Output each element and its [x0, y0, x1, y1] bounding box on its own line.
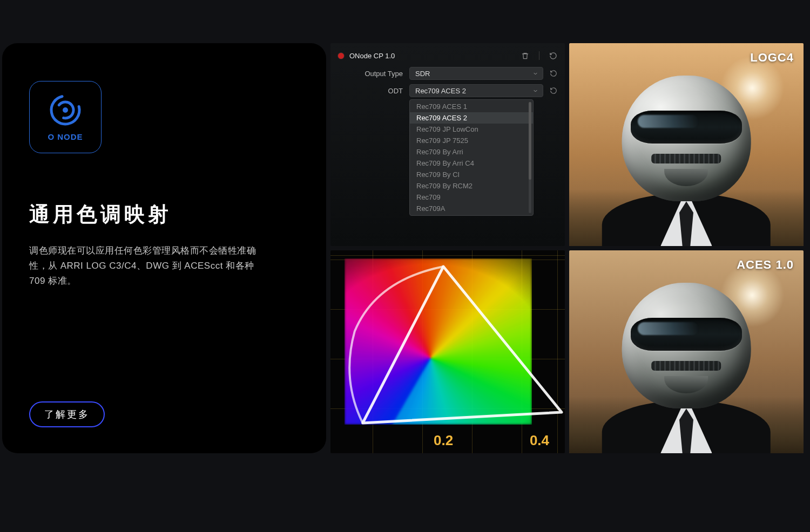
odt-dropdown[interactable]: Rec709 ACES 1Rec709 ACES 2Rec709 JP LowC… — [409, 99, 534, 216]
divider — [539, 51, 539, 60]
panel-header: ONode CP 1.0 — [338, 49, 557, 63]
preview-aces: ACES 1.0 — [569, 250, 804, 453]
output-type-row: Output Type SDR — [338, 67, 557, 80]
output-type-label: Output Type — [338, 70, 403, 78]
odt-value: Rec709 ACES 2 — [415, 87, 466, 95]
brand-label: O NODE — [48, 132, 83, 141]
onode-icon — [49, 93, 82, 127]
odt-select[interactable]: Rec709 ACES 2 — [409, 84, 543, 97]
reset-odt-icon[interactable] — [550, 87, 557, 94]
settings-panel: ONode CP 1.0 Output Type SDR — [330, 43, 565, 246]
odt-row: ODT Rec709 ACES 2 — [338, 84, 557, 97]
odt-option[interactable]: Rec709A — [410, 203, 533, 214]
panel-title: ONode CP 1.0 — [349, 52, 516, 60]
feature-card: O NODE 通用色调映射 调色师现在可以应用任何色彩管理风格而不会牺牲准确性，… — [2, 43, 326, 453]
scrollbar-thumb[interactable] — [529, 102, 531, 180]
dropdown-scrollbar[interactable] — [529, 102, 531, 213]
output-type-value: SDR — [415, 70, 430, 78]
odt-option[interactable]: Rec709 ACES 1 — [410, 101, 533, 112]
odt-option[interactable]: Rec709 — [410, 192, 533, 203]
learn-more-button[interactable]: 了解更多 — [29, 401, 105, 427]
reset-all-icon[interactable] — [549, 52, 557, 60]
record-indicator-icon — [338, 53, 344, 59]
odt-option[interactable]: Rec709 JP 7525 — [410, 135, 533, 146]
output-type-select[interactable]: SDR — [409, 67, 543, 80]
gamut-triangle-icon — [330, 250, 565, 453]
brand-logo: O NODE — [29, 81, 102, 153]
chevron-down-icon — [532, 71, 538, 77]
preview-label-logc4: LOGC4 — [750, 51, 794, 65]
odt-option[interactable]: Rec709 By RCM2 — [410, 180, 533, 192]
reset-output-type-icon[interactable] — [550, 70, 557, 77]
feature-heading: 通用色调映射 — [29, 201, 299, 228]
learn-more-label: 了解更多 — [44, 408, 90, 421]
preview-label-aces: ACES 1.0 — [737, 258, 794, 272]
gamut-chart: 0.2 0.4 — [330, 250, 565, 453]
odt-option[interactable]: Rec709 By Arri C4 — [410, 158, 533, 169]
odt-option[interactable]: Rec709 By Arri — [410, 146, 533, 158]
odt-option[interactable]: Rec709 JP LowCon — [410, 124, 533, 135]
feature-description: 调色师现在可以应用任何色彩管理风格而不会牺牲准确性，从 ARRI LOG C3/… — [29, 243, 267, 289]
preview-logc4: LOGC4 — [569, 43, 804, 246]
chevron-down-icon — [532, 88, 538, 94]
odt-option[interactable]: Rec709 ACES 2 — [410, 112, 533, 124]
svg-point-2 — [63, 107, 68, 113]
odt-label: ODT — [338, 87, 403, 95]
axis-tick-02: 0.2 — [434, 432, 453, 449]
odt-option[interactable]: Rec709 By CI — [410, 169, 533, 180]
axis-tick-04: 0.4 — [530, 432, 549, 449]
trash-icon[interactable] — [521, 52, 529, 60]
